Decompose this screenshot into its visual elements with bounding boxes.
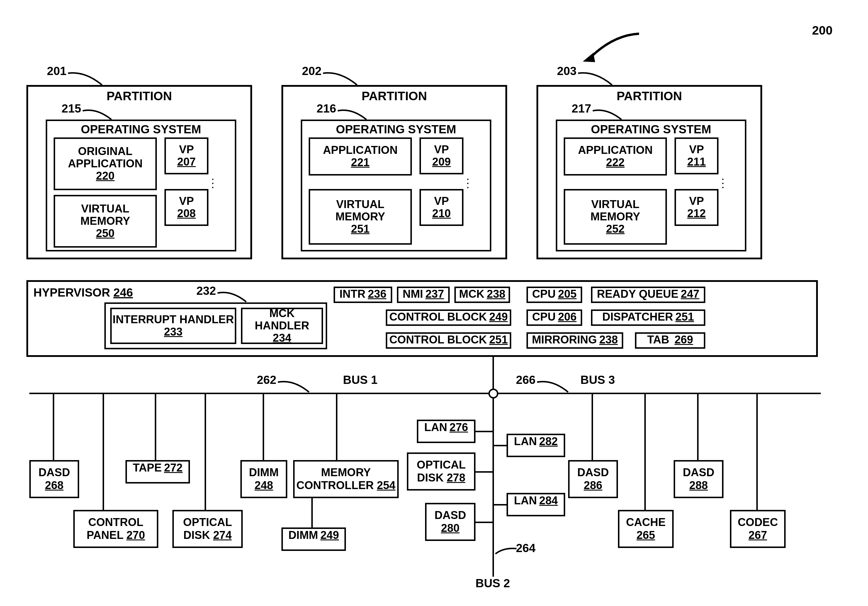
odisk278-l1: OPTICAL xyxy=(408,459,474,472)
stub-dasd280 xyxy=(475,522,493,523)
bus2-label: BUS 2 xyxy=(476,577,510,590)
cb1-ref: 249 xyxy=(489,311,508,325)
tape-ref: 272 xyxy=(164,462,183,482)
dasd-268: DASD 268 xyxy=(29,460,79,498)
bus1-label: BUS 1 xyxy=(343,373,378,386)
codec: CODEC 267 xyxy=(730,510,786,548)
vm1-l2: MEMORY xyxy=(55,215,155,227)
lead-216 xyxy=(337,105,369,122)
disp-label: DISPATCHER xyxy=(602,311,673,325)
stub-codec xyxy=(756,393,758,510)
bus3-label: BUS 3 xyxy=(580,373,615,386)
odisk274-l2: DISK 274 xyxy=(174,529,241,542)
control-panel: CONTROL PANEL 270 xyxy=(73,510,158,548)
os-title-3: OPERATING SYSTEM xyxy=(557,121,745,136)
lead-217 xyxy=(592,105,625,122)
mck-ref: 238 xyxy=(487,288,505,301)
ref-203: 203 xyxy=(557,65,577,78)
lan284-label: LAN xyxy=(514,494,537,515)
memory-controller: MEMORY CONTROLLER 254 xyxy=(293,460,399,498)
cb2-ref: 251 xyxy=(489,334,508,347)
vm3-l1: VIRTUAL xyxy=(565,198,665,211)
lead-266 xyxy=(536,377,572,394)
ref-262: 262 xyxy=(257,373,276,386)
lead-264 xyxy=(495,545,518,557)
vm-box-3: VIRTUAL MEMORY 252 xyxy=(564,189,667,245)
mirr-ref: 238 xyxy=(599,334,618,347)
cb2-box: CONTROL BLOCK251 xyxy=(386,332,511,349)
tape: TAPE272 xyxy=(126,460,190,484)
memctrl-l1: MEMORY xyxy=(294,466,397,479)
vp3a: VP 211 xyxy=(674,138,719,174)
cache-label: CACHE xyxy=(619,516,672,529)
vp2b-ref: 210 xyxy=(421,207,462,220)
lan282-ref: 282 xyxy=(539,435,558,456)
vp1a: VP 207 xyxy=(164,138,208,174)
os-box-3: OPERATING SYSTEM APPLICATION 222 VIRTUAL… xyxy=(556,119,746,251)
cpanel-l1: CONTROL xyxy=(75,516,157,529)
stub-dasd286 xyxy=(592,393,593,460)
dasd268-ref: 268 xyxy=(31,479,78,492)
dots-3: ··· xyxy=(720,177,726,190)
vm-box-1: VIRTUAL MEMORY 250 xyxy=(54,195,157,247)
dasd-286: DASD 286 xyxy=(568,460,618,498)
readyqueue-box: READY QUEUE247 xyxy=(591,287,705,303)
diagram-canvas: 200 PARTITION OPERATING SYSTEM ORIGINAL … xyxy=(12,12,856,595)
app-box-3: APPLICATION 222 xyxy=(564,138,667,176)
vp2b-label: VP xyxy=(421,195,462,207)
stub-lan284 xyxy=(494,504,507,506)
stub-cache xyxy=(644,393,646,510)
codec-label: CODEC xyxy=(732,516,784,529)
lan-284: LAN284 xyxy=(507,493,565,516)
dasd288-label: DASD xyxy=(675,466,722,479)
vp1b: VP 208 xyxy=(164,189,208,226)
vp3a-ref: 211 xyxy=(676,156,717,168)
dasd280-label: DASD xyxy=(426,509,474,522)
tape-label: TAPE xyxy=(133,462,162,482)
vp1a-label: VP xyxy=(166,144,207,156)
codec-ref: 267 xyxy=(732,529,784,542)
memctrl-l2: CONTROLLER 254 xyxy=(294,479,397,492)
mh-label: MCK HANDLER xyxy=(242,308,322,332)
lead-215 xyxy=(82,105,114,122)
app-box-2: APPLICATION 221 xyxy=(309,138,412,176)
lead-202 xyxy=(322,68,361,88)
vp3b: VP 212 xyxy=(674,189,719,226)
os-box-1: OPERATING SYSTEM ORIGINAL APPLICATION 22… xyxy=(46,119,236,251)
mck-handler: MCK HANDLER 234 xyxy=(241,308,323,344)
dasd286-label: DASD xyxy=(570,466,617,479)
intr-label: INTR xyxy=(339,288,366,301)
vp3b-label: VP xyxy=(676,195,717,207)
vm1-ref: 250 xyxy=(55,227,155,240)
partition-3-title: PARTITION xyxy=(538,87,760,102)
lead-203 xyxy=(578,68,615,88)
optical-disk-274: OPTICAL DISK 274 xyxy=(172,510,243,548)
vp2b: VP 210 xyxy=(420,189,463,226)
vm2-l2: MEMORY xyxy=(310,211,411,223)
app2-ref: 221 xyxy=(310,156,411,169)
dimm-248: DIMM 248 xyxy=(240,460,287,498)
disp-ref: 251 xyxy=(676,311,694,325)
stub-lan276 xyxy=(475,431,493,432)
cpu1-label: CPU xyxy=(532,288,555,301)
ref-266: 266 xyxy=(516,373,536,386)
tab-ref: 269 xyxy=(674,334,693,347)
dimm248-ref: 248 xyxy=(242,479,286,492)
figure-number: 200 xyxy=(812,23,832,37)
cpu2-ref: 206 xyxy=(558,311,576,325)
cb2-label: CONTROL BLOCK xyxy=(389,334,487,347)
stub-cpanel xyxy=(102,393,104,510)
app3-ref: 222 xyxy=(565,156,665,169)
hypervisor-label: HYPERVISOR 246 xyxy=(33,286,133,299)
stub-tape xyxy=(155,393,156,460)
stub-dimm248 xyxy=(263,393,264,460)
app3-line1: APPLICATION xyxy=(565,144,665,156)
ref-232: 232 xyxy=(197,284,216,297)
mck-label: MCK xyxy=(459,288,485,301)
stub-dasd288 xyxy=(697,393,699,460)
vp2a-ref: 209 xyxy=(421,156,462,168)
hypervisor-box: HYPERVISOR 246 INTERRUPT HANDLER 233 MCK… xyxy=(26,280,818,357)
vm2-ref: 251 xyxy=(310,223,411,235)
partition-1: PARTITION OPERATING SYSTEM ORIGINAL APPL… xyxy=(26,85,252,259)
cpu1-box: CPU205 xyxy=(527,287,582,303)
